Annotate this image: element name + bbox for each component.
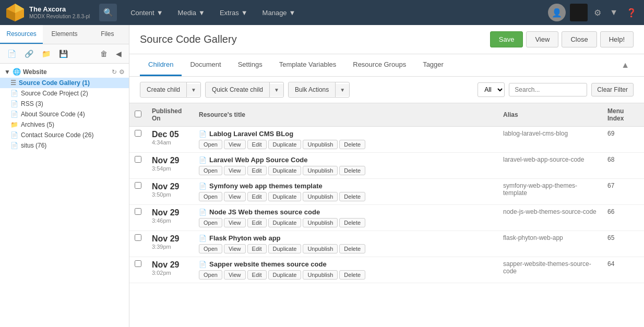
table-row: Nov 29 3:02pm 📄 Sapper website themes so… [129, 257, 644, 283]
tree-item-archives[interactable]: 📁 Archives (5) [0, 119, 129, 130]
tab-settings[interactable]: Settings [230, 54, 271, 76]
row-action-delete-button[interactable]: Delete [339, 218, 365, 227]
row-action-open-button[interactable]: Open [199, 218, 222, 227]
row-action-edit-button[interactable]: Edit [247, 218, 267, 227]
row-action-duplicate-button[interactable]: Duplicate [268, 244, 302, 253]
row-action-open-button[interactable]: Open [199, 192, 222, 201]
row-resource-title: 📄 Symfony web app themes template [199, 182, 493, 190]
new-folder-button[interactable]: 📁 [39, 47, 54, 60]
row-checkbox[interactable] [135, 156, 141, 163]
select-all-checkbox[interactable] [135, 111, 141, 117]
row-checkbox[interactable] [135, 130, 141, 137]
row-action-delete-button[interactable]: Delete [339, 244, 365, 253]
table-row: Nov 29 3:39pm 📄 Flask Phyton web app Ope… [129, 231, 644, 257]
menu-item-extras[interactable]: Extras ▼ [213, 6, 254, 20]
row-date-day: Nov 29 [152, 182, 188, 191]
row-menu-index-cell: 66 [602, 205, 644, 231]
row-action-open-button[interactable]: Open [199, 140, 222, 149]
row-action-duplicate-button[interactable]: Duplicate [268, 218, 302, 227]
tree-item-rss[interactable]: 📄 RSS (3) [0, 99, 129, 109]
row-action-open-button[interactable]: Open [199, 166, 222, 175]
collapse-sidebar-button[interactable]: ◀ [113, 47, 125, 60]
delete-button[interactable]: 🗑 [97, 47, 111, 60]
doc-icon: 📄 [199, 130, 207, 138]
quick-create-child-button[interactable]: Quick Create child [206, 83, 269, 96]
row-action-unpublish-button[interactable]: Unpublish [303, 140, 338, 149]
row-action-unpublish-button[interactable]: Unpublish [303, 270, 338, 280]
row-action-unpublish-button[interactable]: Unpublish [303, 244, 338, 253]
row-action-view-button[interactable]: View [224, 192, 246, 201]
tab-files[interactable]: Files [86, 25, 129, 44]
tab-children[interactable]: Children [140, 54, 182, 76]
tabs-collapse-button[interactable]: ▲ [617, 58, 634, 72]
menu-item-media[interactable]: Media ▼ [172, 6, 211, 20]
tree-item-contact[interactable]: 📄 Contact Source Code (26) [0, 130, 129, 140]
row-action-edit-button[interactable]: Edit [247, 192, 267, 201]
tree-item-source-code-gallery[interactable]: ☰ Source Code Gallery (1) [0, 78, 129, 88]
chevron-down-icon[interactable]: ▼ [607, 6, 620, 19]
bulk-actions-button[interactable]: Bulk Actions [289, 83, 335, 96]
view-button[interactable]: View [526, 31, 558, 47]
help-button[interactable]: Help! [600, 31, 634, 47]
row-date-time: 3:50pm [152, 191, 188, 198]
row-action-open-button[interactable]: Open [199, 244, 222, 253]
row-action-duplicate-button[interactable]: Duplicate [268, 192, 302, 201]
row-action-view-button[interactable]: View [224, 166, 246, 175]
row-checkbox[interactable] [135, 260, 141, 267]
row-action-unpublish-button[interactable]: Unpublish [303, 166, 338, 175]
filter-select[interactable]: All [478, 82, 505, 97]
tab-tagger[interactable]: Tagger [414, 54, 452, 76]
row-action-delete-button[interactable]: Delete [339, 166, 365, 175]
menu-item-manage[interactable]: Manage ▼ [256, 6, 302, 20]
website-refresh-button[interactable]: ↻ [112, 68, 117, 76]
row-action-open-button[interactable]: Open [199, 270, 222, 280]
tab-template-variables[interactable]: Template Variables [271, 54, 345, 76]
color-swatch[interactable] [570, 4, 588, 21]
row-action-view-button[interactable]: View [224, 140, 246, 149]
tree-item-source-code-project[interactable]: 📄 Source Code Project (2) [0, 88, 129, 99]
row-action-view-button[interactable]: View [224, 244, 246, 253]
settings-icon[interactable]: ⚙ [592, 6, 603, 20]
global-search-button[interactable]: 🔍 [99, 4, 117, 21]
save-button[interactable]: Save [490, 31, 523, 47]
row-action-delete-button[interactable]: Delete [339, 140, 365, 149]
row-alias-cell: lablog-laravel-cms-blog [498, 127, 602, 153]
row-checkbox[interactable] [135, 234, 141, 241]
row-action-duplicate-button[interactable]: Duplicate [268, 166, 302, 175]
row-checkbox[interactable] [135, 208, 141, 215]
search-input[interactable] [509, 83, 587, 96]
help-icon[interactable]: ❓ [624, 6, 639, 20]
create-child-arrow-button[interactable]: ▼ [187, 84, 200, 96]
row-action-view-button[interactable]: View [224, 270, 246, 280]
row-action-delete-button[interactable]: Delete [339, 192, 365, 201]
row-action-edit-button[interactable]: Edit [247, 140, 267, 149]
row-action-edit-button[interactable]: Edit [247, 244, 267, 253]
row-action-unpublish-button[interactable]: Unpublish [303, 192, 338, 201]
row-action-duplicate-button[interactable]: Duplicate [268, 140, 302, 149]
quick-create-arrow-button[interactable]: ▼ [270, 84, 283, 96]
row-action-delete-button[interactable]: Delete [339, 270, 365, 280]
tab-resource-groups[interactable]: Resource Groups [344, 54, 414, 76]
avatar[interactable]: 👤 [548, 4, 566, 21]
row-alias-cell: sapper-website-themes-source-code [498, 257, 602, 283]
row-action-duplicate-button[interactable]: Duplicate [268, 270, 302, 280]
website-settings-button[interactable]: ⚙ [119, 68, 125, 76]
tree-item-about[interactable]: 📄 About Source Code (4) [0, 109, 129, 119]
new-link-button[interactable]: 🔗 [21, 47, 37, 60]
close-button[interactable]: Close [562, 31, 597, 47]
row-action-unpublish-button[interactable]: Unpublish [303, 218, 338, 227]
new-file-button[interactable]: 💾 [56, 47, 71, 60]
clear-filter-button[interactable]: Clear Filter [591, 83, 634, 96]
row-action-edit-button[interactable]: Edit [247, 270, 267, 280]
menu-item-content[interactable]: Content ▼ [124, 6, 169, 20]
row-checkbox[interactable] [135, 182, 141, 189]
tab-document[interactable]: Document [182, 54, 229, 76]
row-action-view-button[interactable]: View [224, 218, 246, 227]
tab-resources[interactable]: Resources [0, 25, 43, 44]
new-doc-button[interactable]: 📄 [4, 47, 19, 60]
create-child-button[interactable]: Create child [140, 83, 186, 96]
tab-elements[interactable]: Elements [43, 25, 86, 44]
bulk-actions-arrow-button[interactable]: ▼ [336, 84, 349, 96]
row-action-edit-button[interactable]: Edit [247, 166, 267, 175]
tree-item-situs[interactable]: 📄 situs (76) [0, 140, 129, 151]
